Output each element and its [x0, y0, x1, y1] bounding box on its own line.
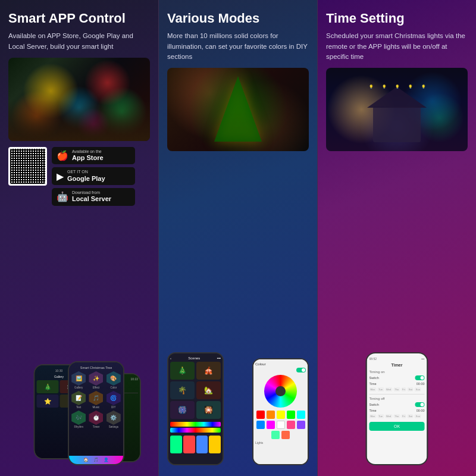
timing-on-toggle[interactable] [415, 375, 425, 380]
day-fri-off: Fri [401, 414, 406, 418]
bar-blue [196, 436, 208, 453]
col1-image-overlay [8, 99, 150, 141]
scene-5: 🎆 [170, 401, 195, 419]
hex-gallery: 🖼️ [71, 371, 86, 386]
scenes-back: ‹ [170, 356, 171, 360]
grid-item-rhythm: 🎶 Rhythm [71, 411, 86, 428]
gallery-item-1: 🎄 [37, 380, 59, 393]
col2-phones: ‹ Scenes ▪▪▪ 🎄 🎪 🌴 🏡 🎆 🎇 [167, 160, 309, 465]
swatch-purple[interactable] [297, 421, 305, 429]
google-play-name: Google Play [67, 175, 105, 183]
col3-title: Time Setting [326, 11, 468, 26]
day-mon-on: Mon [369, 387, 377, 392]
phone-main-title: Smart Christmas Tree [71, 366, 121, 369]
swatch-white[interactable] [277, 421, 285, 429]
day-mon-off: Mon [369, 414, 377, 418]
google-play-button[interactable]: ▶ GET IT ON Google Play [52, 167, 135, 185]
day-tue-off: Tue [377, 414, 384, 418]
label-text: Text [76, 406, 81, 409]
local-server-text: Download from Local Server [72, 190, 111, 203]
color-swatches [255, 411, 306, 439]
timing-on-time-row: Time 00:00 [369, 382, 425, 386]
label-gallery: Gallery [74, 386, 83, 389]
hex-diy: 🌀 [107, 391, 121, 405]
timing-off-time-value: 00:00 [416, 409, 425, 412]
timer-screen: 08:52 ▪▪▪ Timer Timing on Switch Time 00… [367, 353, 427, 464]
swatch-cyan[interactable] [297, 411, 305, 419]
col1-title: Smart APP Control [8, 11, 150, 26]
swatch-coral[interactable] [281, 431, 290, 439]
scenes-screen: ‹ Scenes ▪▪▪ 🎄 🎪 🌴 🏡 🎆 🎇 [168, 353, 223, 464]
day-sat-on: Sat [408, 387, 414, 392]
label-timer: Timer [93, 425, 99, 428]
swatch-red[interactable] [256, 411, 265, 419]
day-sat-off: Sat [408, 414, 414, 418]
day-thu-off: Thu [393, 414, 400, 418]
grid-item-effect: ✨ Effect [88, 371, 104, 389]
col2-feature-image [167, 68, 309, 151]
phone-time-display: 08:52 [369, 357, 377, 361]
light-1: 💡 [369, 84, 373, 89]
scenes-signal: ▪▪▪ [217, 356, 221, 360]
timing-off-days: Mon Tue Wed Thu Fri Sat Sun [369, 414, 425, 418]
col3-desc: Scheduled your smart Christmas lights vi… [326, 31, 468, 62]
colour-toggle[interactable] [296, 368, 306, 372]
phone-scenes: ‹ Scenes ▪▪▪ 🎄 🎪 🌴 🏡 🎆 🎇 [167, 352, 224, 465]
day-fri-on: Fri [401, 387, 406, 392]
store-buttons-group: 🍎 Available on the App Store ▶ GET IT ON… [52, 147, 135, 206]
grid-item-diy: 🌀 DIY [106, 391, 121, 409]
swatch-mint[interactable] [271, 431, 280, 439]
timing-off-toggle[interactable] [415, 402, 425, 407]
google-play-icon: ▶ [57, 171, 64, 182]
phone-main: Smart Christmas Tree 🖼️ Gallery ✨ Effect… [68, 361, 124, 465]
google-play-text: GET IT ON Google Play [67, 170, 105, 183]
color-bars [170, 436, 221, 453]
local-server-name: Local Server [72, 195, 111, 203]
color-wheel[interactable] [264, 375, 297, 408]
timer-title: Timer [369, 363, 425, 367]
grid-item-gallery: 🖼️ Gallery [71, 371, 86, 389]
app-store-sub: Available on the [72, 149, 104, 154]
label-music: Music [93, 406, 100, 409]
swatch-yellow[interactable] [277, 411, 285, 419]
qr-inner [10, 149, 45, 184]
label-settings: Settings [109, 425, 118, 428]
bar-red [183, 436, 195, 453]
grid-item-timer: ⏱️ Timer [88, 411, 104, 428]
timing-off-switch-row: Switch [369, 402, 425, 407]
nav-home-icon: 🏠 [83, 458, 89, 462]
hex-settings: ⚙️ [107, 411, 121, 425]
scene-2: 🎪 [196, 362, 221, 380]
swatch-blue[interactable] [256, 421, 265, 429]
timing-on-label: Timing on [369, 370, 425, 374]
col2-desc: More than 10 millions solid colors for i… [167, 31, 309, 62]
scenes-title: Scenes [188, 356, 200, 360]
light-4: 💡 [408, 84, 412, 89]
local-server-button[interactable]: 🤖 Download from Local Server [52, 188, 135, 206]
bottom-nav: 🏠 🎵 👤 [83, 458, 109, 462]
swatch-orange[interactable] [267, 411, 275, 419]
label-color: Color [110, 386, 117, 389]
pixel-row-2 [170, 428, 221, 433]
col1-phones: 10:30 Gallery 🎄 ❄️ ⭐ 🦌 10:22 Timer 01/02… [8, 215, 150, 465]
column-smart-app: Smart APP Control Available on APP Store… [0, 0, 158, 476]
timing-on-time-label: Time [369, 382, 377, 386]
timing-on-time-value: 00:00 [416, 382, 425, 386]
light-3: 💡 [395, 84, 399, 89]
bar-yellow [209, 436, 221, 453]
bar-green [170, 436, 182, 453]
col1-store-section: 🍎 Available on the App Store ▶ GET IT ON… [8, 147, 150, 212]
swatch-green[interactable] [287, 411, 295, 419]
lights-label: Lights [255, 441, 263, 444]
timing-off-label: Timing off [369, 397, 425, 400]
swatch-pink[interactable] [287, 421, 295, 429]
swatch-magenta[interactable] [267, 421, 275, 429]
label-rhythm: Rhythm [74, 425, 83, 428]
phone-main-grid: 🖼️ Gallery ✨ Effect 🎨 Color 📝 [71, 371, 121, 428]
main-container: Smart APP Control Available on APP Store… [0, 0, 476, 476]
grid-item-color: 🎨 Color [106, 371, 121, 389]
ok-button[interactable]: OK [369, 422, 425, 431]
app-store-button[interactable]: 🍎 Available on the App Store [52, 147, 135, 165]
day-wed-off: Wed [385, 414, 392, 418]
label-diy: DIY [111, 406, 116, 409]
